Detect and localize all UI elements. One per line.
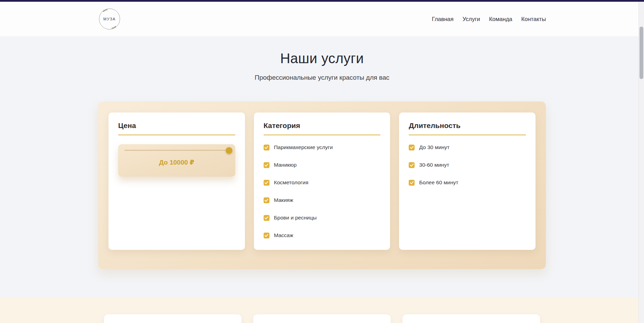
filter-option[interactable]: Брови и ресницы	[264, 215, 381, 221]
services-section	[0, 298, 644, 323]
services-grid	[104, 314, 540, 323]
filter-option[interactable]: До 30 минут	[409, 144, 526, 150]
filter-option-label: Брови и ресницы	[274, 215, 317, 221]
logo-circle-icon: МУЗА	[98, 8, 121, 30]
category-options-list: Парикмахерские услугиМаникюрКосметология…	[264, 144, 381, 238]
checkbox-checked-icon[interactable]	[264, 145, 269, 150]
category-filter-title: Категория	[264, 121, 381, 135]
filter-option[interactable]: Макияж	[264, 197, 381, 203]
price-filter-card: Цена До 10000 ₽	[108, 112, 245, 250]
filter-option[interactable]: Массаж	[264, 232, 381, 238]
filter-option[interactable]: Парикмахерские услуги	[264, 144, 381, 150]
duration-filter-card: Длительность До 30 минут30-60 минутБолее…	[399, 112, 536, 250]
site-header: МУЗА ГлавнаяУслугиКомандаКонтакты	[0, 2, 644, 36]
checkbox-checked-icon[interactable]	[264, 162, 269, 168]
page-subtitle: Профессиональные услуги красоты для вас	[98, 74, 546, 81]
duration-filter-title: Длительность	[409, 121, 526, 135]
filter-option-label: Макияж	[274, 197, 293, 203]
category-filter-card: Категория Парикмахерские услугиМаникюрКо…	[254, 112, 390, 250]
filter-option-label: 30-60 минут	[419, 162, 449, 168]
price-slider[interactable]: До 10000 ₽	[118, 144, 235, 177]
main-nav: ГлавнаяУслугиКомандаКонтакты	[432, 16, 546, 22]
checkbox-checked-icon[interactable]	[264, 233, 269, 238]
filter-option-label: Более 60 минут	[419, 179, 458, 186]
filter-option-label: Парикмахерские услуги	[274, 144, 333, 150]
nav-link-2[interactable]: Команда	[489, 16, 512, 22]
scrollbar-thumb[interactable]	[640, 27, 643, 79]
page-title: Наши услуги	[98, 51, 546, 66]
logo[interactable]: МУЗА	[98, 8, 121, 30]
price-slider-handle[interactable]	[226, 147, 232, 154]
price-slider-track[interactable]	[124, 150, 229, 151]
nav-link-1[interactable]: Услуги	[463, 16, 480, 22]
scrollbar[interactable]	[638, 2, 644, 323]
price-filter-title: Цена	[118, 121, 235, 135]
filter-option-label: Маникюр	[274, 162, 297, 168]
service-card-preview	[253, 314, 391, 323]
service-card-preview	[104, 314, 242, 323]
filter-option-label: Массаж	[274, 232, 293, 238]
checkbox-checked-icon[interactable]	[264, 180, 269, 186]
checkbox-checked-icon[interactable]	[409, 145, 415, 150]
filter-option[interactable]: Маникюр	[264, 162, 381, 168]
checkbox-checked-icon[interactable]	[409, 162, 415, 168]
hero-section: Наши услуги Профессиональные услуги крас…	[98, 36, 546, 81]
filter-option[interactable]: Косметология	[264, 179, 381, 186]
checkbox-checked-icon[interactable]	[264, 197, 269, 203]
service-card-preview	[402, 314, 540, 323]
logo-text: МУЗА	[103, 17, 116, 21]
filter-option[interactable]: Более 60 минут	[409, 179, 526, 186]
checkbox-checked-icon[interactable]	[409, 180, 415, 186]
price-value-label: До 10000 ₽	[120, 158, 234, 166]
filter-option-label: До 30 минут	[419, 144, 449, 150]
nav-link-0[interactable]: Главная	[432, 16, 454, 22]
filter-option-label: Косметология	[274, 179, 309, 186]
nav-link-3[interactable]: Контакты	[521, 16, 546, 22]
checkbox-checked-icon[interactable]	[264, 215, 269, 221]
filters-panel: Цена До 10000 ₽ Категория Парикмахерские…	[98, 101, 546, 269]
duration-options-list: До 30 минут30-60 минутБолее 60 минут	[409, 144, 526, 186]
filter-option[interactable]: 30-60 минут	[409, 162, 526, 168]
